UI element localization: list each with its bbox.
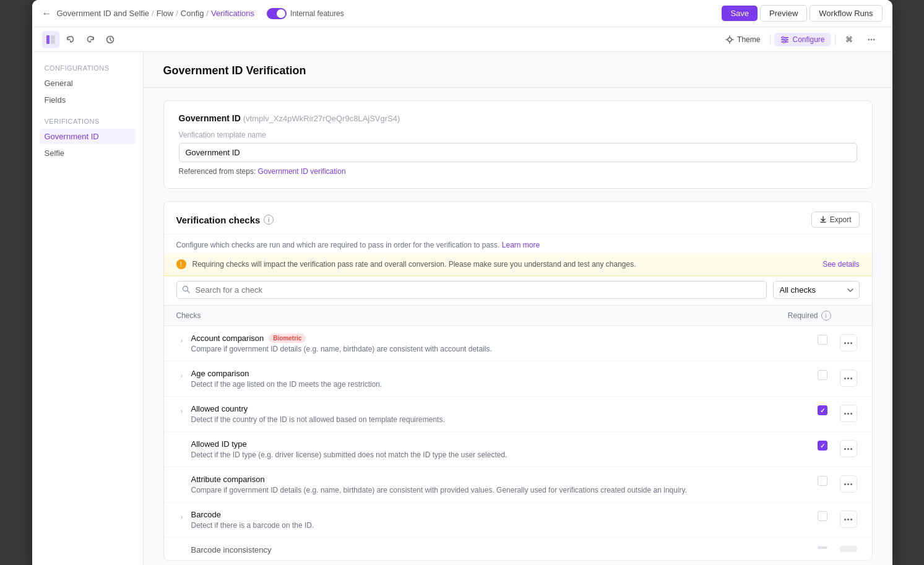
page-header: Government ID Verification: [144, 52, 892, 88]
sidebar: Configurations General Fields Verificati…: [32, 52, 144, 565]
checks-desc: Configure which checks are run and which…: [164, 235, 872, 253]
filter-select[interactable]: All checks Required Optional: [773, 281, 860, 299]
redo-button[interactable]: [82, 31, 99, 48]
top-nav: ← Government ID and Selfie / Flow / Conf…: [32, 0, 892, 27]
breadcrumb-item-1[interactable]: Flow: [157, 9, 173, 18]
checkbox-5[interactable]: [818, 511, 827, 521]
checkbox-4[interactable]: [818, 476, 827, 486]
configure-label: Configure: [792, 35, 824, 44]
internal-features-toggle[interactable]: [267, 8, 287, 19]
check-desc-4: Compare if government ID details (e.g. n…: [191, 486, 780, 494]
check-menu-3: [837, 439, 860, 457]
checkbox-0[interactable]: [818, 335, 827, 345]
sidebar-item-fields[interactable]: Fields: [40, 92, 136, 108]
checks-title: Verification checks i: [176, 215, 274, 225]
search-input[interactable]: [176, 281, 767, 299]
check-name-2: Allowed country: [191, 404, 248, 413]
check-menu-4: [837, 475, 860, 493]
check-name-row-1: Age comparison: [191, 369, 780, 378]
dots-menu-5[interactable]: [840, 511, 857, 528]
undo-button[interactable]: [62, 31, 79, 48]
col-required-header: Required i: [788, 311, 837, 321]
check-badge-0: Biometric: [269, 334, 306, 343]
id-value: (vtmplv_Xz4pWkRir27rQeQr9c8LAjSVgrS4): [243, 114, 400, 123]
dots-menu-0[interactable]: [840, 334, 857, 352]
back-button[interactable]: ←: [42, 8, 52, 19]
search-wrap: [176, 281, 767, 299]
checkbox-3[interactable]: [818, 441, 827, 451]
workflow-runs-button[interactable]: Workflow Runs: [810, 5, 882, 22]
breadcrumb-sep-0: /: [152, 9, 154, 18]
learn-more-link[interactable]: Learn more: [502, 241, 540, 249]
check-info-1: Age comparison Detect if the age listed …: [191, 369, 780, 389]
check-desc-2: Detect if the country of the ID is not a…: [191, 415, 780, 424]
sidebar-item-selfie[interactable]: Selfie: [40, 145, 136, 161]
sidebar-verif-section: Verifications Government ID Selfie: [40, 118, 136, 161]
check-desc-0: Compare if government ID details (e.g. n…: [191, 345, 780, 353]
sidebar-item-government-id[interactable]: Government ID: [40, 129, 136, 144]
checks-card: Verification checks i Export Configure w…: [163, 201, 873, 561]
panel-toggle-icon[interactable]: [42, 31, 59, 48]
dots-menu-1[interactable]: [840, 369, 857, 387]
toolbar-right: Theme Configure ⌘: [719, 32, 882, 47]
export-button[interactable]: Export: [811, 212, 860, 228]
page-title: Government ID Verification: [163, 64, 873, 77]
check-row: › Allowed ID type Detect if the ID type …: [164, 432, 872, 467]
breadcrumb-sep-2: /: [206, 9, 209, 18]
check-name-row-5: Barcode: [191, 510, 780, 519]
ref-link[interactable]: Government ID verification: [258, 167, 346, 176]
preview-button[interactable]: Preview: [760, 5, 807, 22]
see-details-link[interactable]: See details: [823, 260, 859, 269]
checkbox-1[interactable]: [818, 370, 827, 380]
check-name-row-4: Attribute comparison: [191, 475, 780, 484]
nav-actions: Save Preview Workflow Runs: [722, 5, 882, 22]
check-name-3: Allowed ID type: [191, 439, 247, 449]
check-required-6: [784, 546, 834, 549]
required-info-icon[interactable]: i: [821, 311, 831, 321]
warning-icon: !: [176, 259, 186, 269]
svg-point-12: [785, 38, 787, 40]
check-required-3: [784, 441, 834, 451]
expand-icon-2[interactable]: ›: [176, 405, 188, 416]
save-button[interactable]: Save: [722, 6, 758, 21]
keyboard-icon: ⌘: [845, 35, 853, 44]
template-name-label: Verification template name: [179, 131, 857, 139]
expand-icon-0[interactable]: ›: [176, 335, 188, 346]
id-card: Government ID (vtmplv_Xz4pWkRir27rQeQr9c…: [163, 100, 873, 189]
svg-rect-1: [51, 35, 55, 44]
checkbox-2[interactable]: [818, 405, 827, 415]
svg-rect-0: [46, 35, 50, 44]
check-desc-1: Detect if the age listed on the ID meets…: [191, 380, 780, 389]
theme-button[interactable]: Theme: [719, 33, 766, 46]
template-name-input[interactable]: [179, 143, 857, 162]
expand-icon-1[interactable]: ›: [176, 370, 188, 381]
configure-button[interactable]: Configure: [774, 33, 831, 46]
check-row: › Allowed country Detect if the country …: [164, 397, 872, 432]
sidebar-item-general[interactable]: General: [40, 75, 136, 91]
checks-info-icon[interactable]: i: [264, 215, 274, 225]
sidebar-config-section: Configurations General Fields: [40, 64, 136, 108]
dots-menu-4[interactable]: [840, 475, 857, 493]
breadcrumb-item-2[interactable]: Config: [181, 9, 204, 18]
check-name-6: Barcode inconsistency: [191, 545, 272, 554]
check-required-1: [784, 370, 834, 380]
breadcrumb-item-0[interactable]: Government ID and Selfie: [57, 9, 150, 18]
main-content: Government ID Verification Government ID…: [144, 52, 892, 565]
history-icon[interactable]: [101, 31, 119, 48]
svg-line-18: [187, 290, 189, 293]
more-options-button[interactable]: [860, 32, 883, 47]
check-required-5: [784, 511, 834, 521]
id-label: Government ID: [179, 113, 241, 123]
checks-table-header: Checks Required i: [164, 305, 872, 326]
internal-features-toggle-wrap: Internal features: [267, 8, 344, 19]
sidebar-config-label: Configurations: [40, 64, 136, 72]
dots-menu-2[interactable]: [840, 405, 857, 422]
breadcrumb-item-3[interactable]: Verifications: [211, 9, 254, 18]
toolbar-divider: [770, 34, 771, 45]
keyboard-shortcut-button[interactable]: ⌘: [839, 33, 859, 46]
dots-menu-3[interactable]: [840, 440, 857, 457]
sidebar-verif-label: Verifications: [40, 118, 136, 125]
expand-icon-5[interactable]: ›: [176, 511, 188, 522]
check-required-2: [784, 405, 834, 415]
col-checks-header: Checks: [176, 311, 788, 320]
